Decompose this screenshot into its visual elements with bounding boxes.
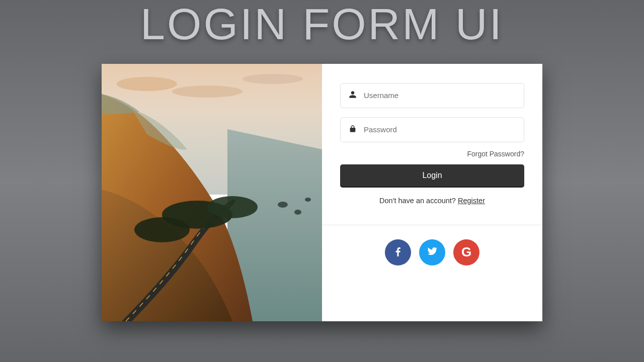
facebook-icon <box>392 245 404 259</box>
svg-point-1 <box>117 77 177 91</box>
svg-point-4 <box>278 202 288 208</box>
svg-point-2 <box>172 85 243 98</box>
social-row: G <box>340 225 524 281</box>
user-icon <box>349 90 357 101</box>
google-icon: G <box>461 244 471 260</box>
password-input[interactable] <box>364 125 516 134</box>
lock-icon <box>349 125 357 135</box>
twitter-button[interactable] <box>419 239 445 265</box>
svg-point-6 <box>305 198 311 202</box>
facebook-button[interactable] <box>385 239 411 265</box>
login-card: Forgot Password? Login Don't have an acc… <box>102 64 542 321</box>
register-prompt: Don't have an account? <box>379 197 458 205</box>
login-button[interactable]: Login <box>340 164 524 187</box>
svg-point-5 <box>294 210 301 215</box>
hero-image <box>102 64 322 321</box>
login-form: Forgot Password? Login Don't have an acc… <box>322 64 542 321</box>
register-link[interactable]: Register <box>458 197 485 205</box>
svg-point-3 <box>243 74 303 84</box>
google-button[interactable]: G <box>453 239 479 265</box>
password-field[interactable] <box>340 117 524 142</box>
page-title: LOGIN FORM UI <box>140 0 504 49</box>
username-field[interactable] <box>340 83 524 108</box>
forgot-password-link[interactable]: Forgot Password? <box>467 150 524 158</box>
svg-point-8 <box>207 196 258 218</box>
svg-point-9 <box>134 217 190 242</box>
forgot-row: Forgot Password? <box>340 149 524 158</box>
twitter-icon <box>426 245 438 259</box>
username-input[interactable] <box>364 91 516 100</box>
register-row: Don't have an account? Register <box>340 197 524 205</box>
